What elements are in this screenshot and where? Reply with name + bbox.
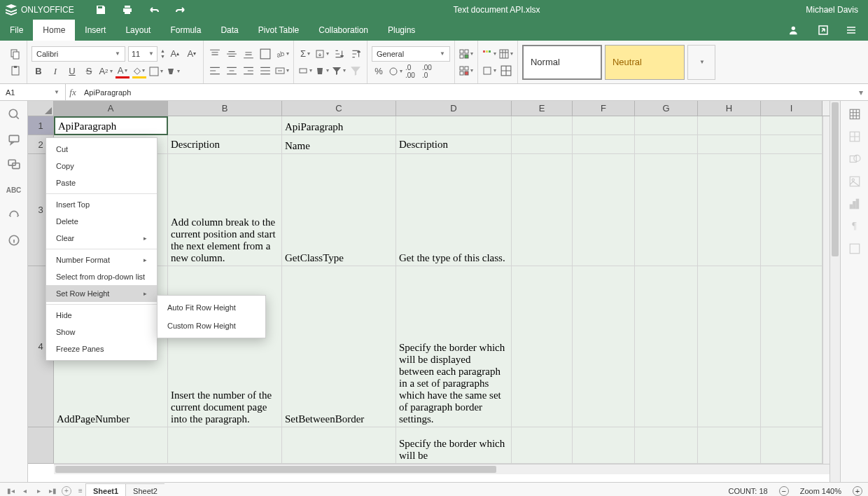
chart-settings-icon[interactable]: [848, 198, 861, 210]
paste-icon[interactable]: [8, 64, 22, 78]
cell[interactable]: Insert the number of the current documen…: [168, 266, 282, 427]
cell[interactable]: [698, 135, 761, 154]
column-header[interactable]: C: [282, 101, 396, 116]
context-delete[interactable]: Delete: [46, 213, 157, 230]
insert-table-icon[interactable]: [499, 64, 513, 78]
filter-icon[interactable]: ▾: [332, 64, 346, 78]
cell[interactable]: [761, 135, 822, 154]
cell[interactable]: [573, 427, 635, 464]
font-inc-icon[interactable]: ▲: [160, 48, 165, 54]
about-icon[interactable]: [8, 234, 20, 247]
scrollbar-horizontal[interactable]: [54, 464, 830, 474]
cell[interactable]: [396, 116, 512, 135]
cell[interactable]: [573, 135, 635, 154]
spellcheck-icon[interactable]: ABC: [8, 184, 20, 196]
align-right-icon[interactable]: [241, 64, 255, 78]
row-header[interactable]: 1: [28, 116, 54, 135]
context-cut[interactable]: Cut: [46, 141, 157, 158]
chat-icon[interactable]: [8, 158, 20, 171]
font-name-select[interactable]: Calibri▼: [31, 46, 125, 62]
shape-settings-icon[interactable]: [848, 153, 861, 165]
menu-data[interactable]: Data: [211, 20, 248, 41]
cell[interactable]: [282, 427, 396, 464]
sheet-nav-prev-icon[interactable]: ◂: [20, 487, 29, 495]
cell[interactable]: Get the type of this class.: [396, 154, 512, 266]
align-middle-icon[interactable]: [225, 47, 239, 61]
cell[interactable]: [761, 154, 822, 266]
cell[interactable]: [573, 116, 635, 135]
cell[interactable]: [512, 427, 573, 464]
redo-icon[interactable]: [174, 3, 188, 17]
name-box[interactable]: A1▼: [0, 84, 66, 101]
borders-button[interactable]: ▾: [149, 64, 163, 78]
cell[interactable]: ApiParagraph: [54, 116, 168, 135]
cell[interactable]: [512, 154, 573, 266]
search-icon[interactable]: [8, 108, 20, 120]
menu-collab[interactable]: Collaboration: [309, 20, 378, 41]
cell[interactable]: [168, 116, 282, 135]
menu-plugins[interactable]: Plugins: [378, 20, 425, 41]
column-header[interactable]: B: [168, 101, 282, 116]
clear-icon[interactable]: ▾: [315, 64, 329, 78]
increase-font-icon[interactable]: A▴: [168, 47, 182, 61]
cell[interactable]: [512, 116, 573, 135]
formula-expand-icon[interactable]: ▾: [854, 88, 868, 97]
font-color-button[interactable]: A▾: [115, 64, 130, 78]
cell[interactable]: [54, 427, 168, 464]
save-icon[interactable]: [94, 3, 108, 17]
number-format-select[interactable]: General▼: [372, 46, 450, 62]
table-format-icon[interactable]: ▾: [499, 47, 513, 61]
cell[interactable]: [635, 266, 698, 427]
zoom-out-icon[interactable]: −: [779, 486, 789, 496]
open-location-icon[interactable]: [816, 23, 830, 37]
cell[interactable]: [761, 116, 822, 135]
orientation-icon[interactable]: ab▾: [275, 47, 289, 61]
add-user-icon[interactable]: [788, 23, 802, 37]
cell[interactable]: SetBetweenBorder: [282, 266, 396, 427]
fill-color-button[interactable]: ◇▾: [132, 64, 146, 78]
sheet-list-icon[interactable]: ≡: [76, 487, 85, 495]
scrollbar-vertical[interactable]: [830, 101, 840, 482]
increase-decimal-icon[interactable]: .00 .0: [422, 64, 436, 78]
context-set-row-height[interactable]: Set Row Height▸: [46, 285, 157, 302]
align-left-icon[interactable]: [208, 64, 222, 78]
clear-filter-icon[interactable]: [349, 64, 363, 78]
underline-button[interactable]: U: [65, 64, 79, 78]
select-all-corner[interactable]: [28, 101, 54, 116]
insert-cells-icon[interactable]: ▾: [459, 47, 473, 61]
cell[interactable]: [635, 427, 698, 464]
cell[interactable]: [573, 266, 635, 427]
cell[interactable]: [761, 427, 822, 464]
column-header[interactable]: D: [396, 101, 512, 116]
align-center-icon[interactable]: [225, 64, 239, 78]
cell-settings-icon[interactable]: [848, 108, 861, 120]
context-clear[interactable]: Clear▸: [46, 230, 157, 247]
align-justify-icon[interactable]: [258, 64, 272, 78]
sheet-tab-1[interactable]: Sheet1: [85, 483, 126, 496]
sheet-nav-first-icon[interactable]: ▮◂: [6, 487, 15, 495]
paragraph-settings-icon[interactable]: ¶: [848, 220, 861, 233]
context-hide[interactable]: Hide: [46, 307, 157, 324]
conditional-format-icon[interactable]: ▾: [482, 47, 496, 61]
zoom-in-icon[interactable]: +: [853, 486, 862, 496]
strike-button[interactable]: S: [82, 64, 96, 78]
submenu-auto-fit[interactable]: Auto Fit Row Height: [158, 298, 265, 317]
menu-home[interactable]: Home: [33, 20, 75, 41]
sort-desc-icon[interactable]: [349, 47, 363, 61]
comments-icon[interactable]: [8, 133, 20, 146]
wrap-text-icon[interactable]: [258, 47, 272, 61]
align-top-icon[interactable]: [208, 47, 222, 61]
menu-pivot[interactable]: Pivot Table: [248, 20, 309, 41]
sum-icon[interactable]: Σ▾: [298, 47, 312, 61]
formula-input[interactable]: ApiParagraph: [80, 88, 854, 97]
hamburger-icon[interactable]: [844, 23, 858, 37]
bold-button[interactable]: B: [31, 64, 46, 78]
sheet-tab-2[interactable]: Sheet2: [126, 483, 164, 496]
cell[interactable]: [573, 154, 635, 266]
cell[interactable]: Specify the border which will be: [396, 427, 512, 464]
cell[interactable]: [168, 427, 282, 464]
cell[interactable]: [635, 135, 698, 154]
image-settings-icon[interactable]: [848, 175, 861, 188]
cell[interactable]: Description: [396, 135, 512, 154]
decrease-decimal-icon[interactable]: .0 .00: [405, 64, 419, 78]
